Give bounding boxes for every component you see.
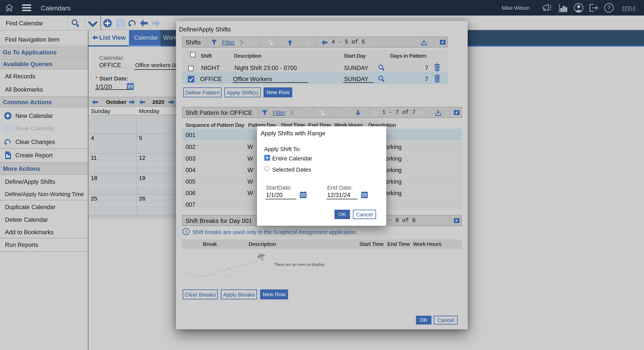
svg-text:?: ? (607, 4, 610, 11)
